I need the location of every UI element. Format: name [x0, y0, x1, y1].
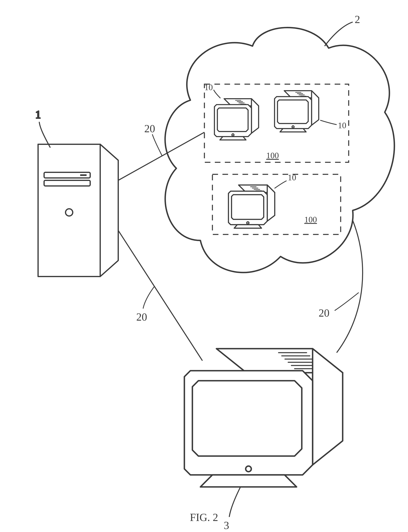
ref-client: 3 [224, 519, 229, 532]
svg-point-18 [66, 209, 73, 216]
link-server-client [118, 230, 202, 361]
svg-point-30 [246, 466, 251, 472]
svg-marker-26 [313, 349, 343, 465]
svg-marker-28 [192, 381, 302, 456]
svg-rect-17 [80, 174, 86, 176]
server-tower: 1 [35, 109, 119, 277]
svg-marker-13 [100, 144, 118, 277]
ref-server: 1 [35, 109, 41, 121]
ref-group-bottom: 100 [304, 215, 317, 224]
ref-cloud: 2 [355, 13, 360, 25]
figure-caption: FIG. 2 [190, 511, 218, 524]
ref-link-a: 20 [144, 123, 155, 135]
ref-vm-tl: 10 [204, 83, 213, 92]
client-terminal: 3 [184, 349, 343, 532]
svg-marker-29 [200, 475, 297, 487]
figure-canvas: 2 10 10 100 10 100 [0, 0, 408, 532]
cloud: 2 [165, 13, 394, 272]
ref-vm-b: 10 [288, 173, 296, 182]
ref-link-b: 20 [136, 311, 147, 323]
ref-vm-tr: 10 [338, 121, 346, 130]
svg-rect-16 [44, 180, 90, 186]
ref-group-top: 100 [266, 151, 279, 160]
ref-link-c: 20 [319, 307, 330, 319]
